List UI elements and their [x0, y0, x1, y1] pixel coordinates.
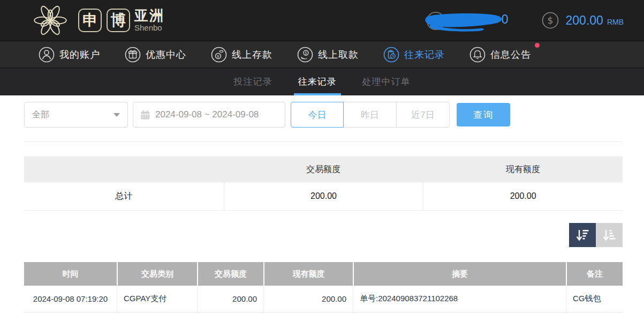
content-area: 全部 2024-09-08 ~ 2024-09-08 — [0, 102, 644, 312]
cell-transaction-type: CGPAY支付 — [117, 286, 197, 312]
section-divider — [24, 141, 623, 142]
svg-text:$: $ — [305, 51, 307, 55]
header-current-amount: 现有额度 — [263, 262, 353, 286]
logo-subbrand-text: Shenbo — [134, 24, 164, 32]
quick-range-yesterday[interactable]: 昨日 — [344, 102, 397, 128]
notification-dot — [535, 43, 540, 48]
nav-item-announcements[interactable]: 信息公告 — [469, 47, 531, 63]
tab-pending-orders[interactable]: 处理中订单 — [361, 68, 412, 95]
deposit-coin-icon: ¥ — [211, 47, 227, 63]
summary-current-amount: 200.00 — [423, 182, 623, 210]
brand-logo[interactable]: 申 博 亚洲 Shenbo — [30, 2, 164, 39]
svg-text:¥: ¥ — [217, 54, 219, 58]
gift-icon — [125, 47, 141, 63]
records-clipboard-icon — [383, 47, 399, 63]
cell-current-amount: 200.00 — [263, 286, 353, 312]
filter-row: 全部 2024-09-08 ~ 2024-09-08 — [24, 102, 623, 128]
wallet-balance[interactable]: $ 200.00 RMB — [542, 12, 624, 29]
svg-text:$: $ — [547, 15, 553, 26]
logo-box-bo: 博 — [107, 9, 130, 32]
sort-ascending-icon — [602, 228, 617, 243]
topbar: 申 博 亚洲 Shenbo 0 — [0, 0, 644, 41]
masked-balance-visible-digit: 0 — [502, 12, 509, 27]
flower-logo-icon — [30, 2, 71, 39]
cell-time: 2024-09-08 07:19:20 — [24, 286, 117, 312]
bell-icon — [469, 47, 486, 63]
summary-header-current-amount: 现有额度 — [423, 156, 623, 182]
quick-range-last7days[interactable]: 近7日 — [397, 102, 450, 128]
nav-item-my-account[interactable]: 我的账户 — [39, 47, 100, 63]
summary-table: 交易额度 现有额度 总计 200.00 200.00 — [24, 156, 623, 211]
logo-region-text: 亚洲 — [134, 9, 164, 23]
wallet-amount: 200.00 — [566, 13, 603, 28]
calendar-icon — [140, 110, 150, 120]
main-navigation: 我的账户 优惠中心 ¥ 线上存款 — [0, 41, 644, 68]
summary-header-empty — [24, 156, 224, 182]
wallet-currency: RMB — [607, 14, 624, 26]
header-transaction-amount: 交易额度 — [197, 262, 263, 286]
nav-item-promotions[interactable]: 优惠中心 — [125, 47, 186, 63]
table-header-row: 时间 交易类别 交易额度 现有额度 摘要 备注 — [24, 262, 623, 286]
nav-item-withdraw[interactable]: $ 线上取款 — [297, 47, 359, 63]
redaction-scribble — [422, 9, 506, 33]
active-tab-underline — [294, 93, 341, 95]
summary-header-transaction-amount: 交易额度 — [224, 156, 423, 182]
dollar-circle-icon: $ — [542, 12, 559, 29]
transaction-records-page: 申 博 亚洲 Shenbo 0 — [0, 0, 644, 313]
account-area: 0 $ 200.00 RMB — [422, 8, 624, 33]
summary-total-row: 总计 200.00 200.00 — [24, 182, 623, 211]
sort-descending-button[interactable] — [569, 223, 596, 247]
quick-range-group: 今日 昨日 近7日 — [291, 102, 450, 128]
logo-box-shen: 申 — [78, 9, 102, 32]
transactions-table: 时间 交易类别 交易额度 现有额度 摘要 备注 2024-09-08 07:19… — [24, 262, 623, 312]
cell-remark: CG钱包 — [566, 286, 623, 312]
date-range-input[interactable]: 2024-09-08 ~ 2024-09-08 — [133, 102, 285, 128]
sort-controls — [24, 223, 623, 247]
tab-transaction-records[interactable]: 往来记录 — [297, 68, 338, 95]
withdraw-hand-icon: $ — [297, 47, 313, 63]
chevron-down-icon — [113, 113, 120, 117]
user-circle-icon — [39, 47, 55, 63]
search-button[interactable]: 查询 — [457, 103, 510, 126]
nav-item-deposit[interactable]: ¥ 线上存款 — [211, 47, 272, 63]
sort-ascending-button[interactable] — [596, 223, 623, 247]
summary-total-label: 总计 — [24, 182, 224, 210]
tab-betting-records[interactable]: 投注记录 — [233, 68, 274, 95]
cell-transaction-amount: 200.00 — [197, 286, 263, 312]
nav-item-transaction-records[interactable]: 往来记录 — [383, 47, 445, 63]
cell-summary: 单号:202409083721102268 — [353, 286, 566, 312]
header-time: 时间 — [24, 262, 117, 286]
header-remark: 备注 — [566, 262, 623, 286]
quick-range-today[interactable]: 今日 — [291, 102, 344, 128]
summary-transaction-amount: 200.00 — [224, 182, 423, 210]
header-transaction-type: 交易类别 — [117, 262, 197, 286]
logo-boxed-characters: 申 博 — [78, 9, 130, 32]
records-tab-bar: 投注记录 往来记录 处理中订单 — [0, 68, 644, 95]
header-summary: 摘要 — [353, 262, 566, 286]
sort-descending-icon — [575, 228, 590, 243]
table-row: 2024-09-08 07:19:20 CGPAY支付 200.00 200.0… — [24, 286, 623, 312]
masked-account-info: 0 — [422, 8, 506, 33]
summary-header-row: 交易额度 现有额度 — [24, 156, 623, 182]
type-select[interactable]: 全部 — [24, 102, 128, 128]
